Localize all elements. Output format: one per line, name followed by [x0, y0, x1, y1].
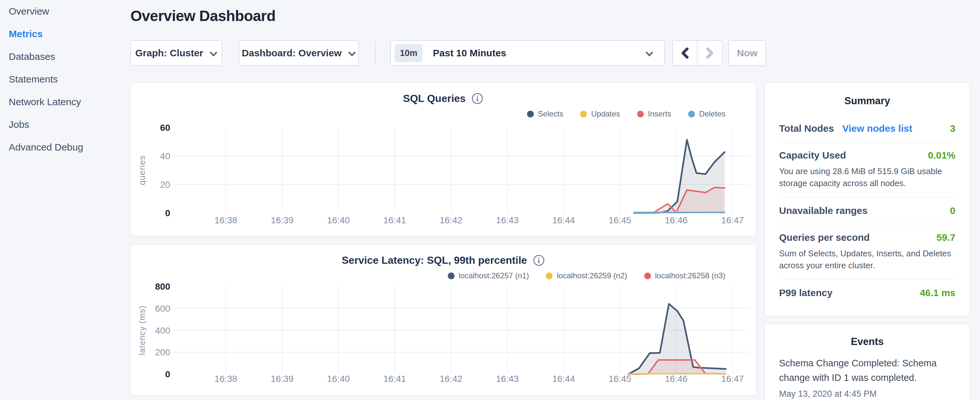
capacity-used-value: 0.01% [928, 150, 955, 161]
time-range-selector[interactable]: 10m Past 10 Minutes [390, 40, 665, 66]
sidebar-item-overview[interactable]: Overview [9, 0, 125, 23]
event-list-item: Schema Change Completed: Schema change w… [779, 356, 955, 399]
svg-text:40: 40 [160, 151, 170, 161]
capacity-used-label: Capacity Used [779, 150, 846, 161]
chevron-left-icon [681, 48, 689, 59]
chevron-down-icon [646, 51, 653, 56]
prev-time-button[interactable] [673, 41, 698, 65]
svg-text:16:42: 16:42 [440, 374, 462, 384]
service-latency-plot: 16:3816:3916:4016:4116:4216:4316:4416:45… [131, 245, 756, 395]
svg-text:60: 60 [160, 123, 170, 133]
graph-dropdown[interactable]: Graph: Cluster [130, 40, 222, 66]
svg-text:16:47: 16:47 [721, 374, 744, 384]
legend-item: localhost:26258 (n3) [644, 271, 725, 280]
sidebar-item-metrics[interactable]: Metrics [9, 23, 125, 45]
svg-text:16:43: 16:43 [496, 374, 519, 384]
info-icon[interactable] [533, 254, 545, 266]
controls-divider [375, 40, 376, 66]
legend-label: localhost:26259 (n2) [557, 271, 627, 280]
total-nodes-label: Total Nodes [779, 123, 834, 134]
sidebar-item-statements[interactable]: Statements [9, 68, 125, 91]
time-step-buttons [672, 40, 723, 66]
unavailable-ranges-label: Unavailable ranges [779, 205, 867, 216]
series-dot [637, 111, 644, 118]
summary-row-qps: Queries per second 59.7 Sum of Selects, … [779, 224, 955, 280]
svg-text:20: 20 [160, 180, 170, 190]
legend-label: localhost:26258 (n3) [655, 271, 725, 280]
chart-legend: localhost:26257 (n1) localhost:26259 (n2… [448, 271, 725, 280]
legend-item: Selects [527, 109, 563, 118]
queries-per-second-label: Queries per second [779, 232, 870, 243]
svg-text:16:45: 16:45 [609, 215, 631, 225]
info-icon[interactable] [471, 92, 484, 105]
svg-text:latency (ms): latency (ms) [137, 306, 147, 355]
svg-text:16:43: 16:43 [496, 215, 519, 225]
svg-text:16:39: 16:39 [271, 374, 293, 384]
chart-legend: Selects Updates Inserts Deletes [527, 109, 726, 118]
legend-item: Updates [580, 109, 620, 118]
svg-text:queries: queries [137, 155, 147, 185]
series-dot [688, 111, 695, 118]
legend-item: Inserts [637, 109, 671, 118]
queries-per-second-description: Sum of Selects, Updates, Inserts, and De… [779, 247, 955, 271]
unavailable-ranges-value: 0 [950, 205, 955, 216]
summary-row-capacity: Capacity Used 0.01% You are using 28.6 M… [779, 142, 955, 198]
svg-text:16:42: 16:42 [440, 215, 462, 225]
next-time-button[interactable] [698, 41, 722, 65]
chart-title: SQL Queries [403, 92, 466, 105]
sidebar-item-network-latency[interactable]: Network Latency [9, 91, 125, 113]
service-latency-chart-card: 16:3816:3916:4016:4116:4216:4316:4416:45… [130, 244, 756, 395]
svg-text:16:44: 16:44 [552, 374, 575, 384]
svg-text:0: 0 [165, 208, 170, 218]
svg-text:16:40: 16:40 [327, 215, 350, 225]
dashboard-dropdown-label: Dashboard: Overview [242, 48, 341, 59]
summary-row-unavailable-ranges: Unavailable ranges 0 [779, 198, 955, 224]
event-timestamp: May 13, 2020 at 4:45 PM [779, 389, 955, 399]
p99-latency-label: P99 latency [779, 287, 832, 298]
sidebar-item-advanced-debug[interactable]: Advanced Debug [9, 136, 125, 159]
svg-text:16:45: 16:45 [609, 374, 631, 384]
dashboard-dropdown[interactable]: Dashboard: Overview [239, 40, 359, 66]
summary-header: Summary [779, 95, 955, 107]
legend-label: Updates [591, 109, 620, 118]
sql-queries-chart-card: 16:3816:3916:4016:4116:4216:4316:4416:45… [130, 83, 756, 236]
legend-item: localhost:26257 (n1) [448, 271, 529, 280]
chevron-down-icon [348, 51, 356, 56]
series-dot [546, 273, 553, 279]
legend-label: Deletes [699, 109, 725, 118]
total-nodes-value: 3 [950, 123, 955, 134]
svg-text:200: 200 [155, 347, 170, 357]
svg-text:400: 400 [155, 325, 170, 336]
capacity-used-description: You are using 28.6 MiB of 515.9 GiB usab… [779, 166, 955, 189]
p99-latency-value: 46.1 ms [920, 287, 955, 298]
now-button[interactable]: Now [728, 40, 766, 66]
page-title: Overview Dashboard [130, 7, 276, 25]
svg-text:16:38: 16:38 [215, 215, 237, 225]
summary-panel: Summary Total Nodes View nodes list 3 Ca… [765, 83, 970, 316]
chart-title: Service Latency: SQL, 99th percentile [342, 254, 527, 266]
view-nodes-list-link[interactable]: View nodes list [842, 123, 912, 134]
svg-text:16:47: 16:47 [721, 215, 744, 225]
summary-row-total-nodes: Total Nodes View nodes list 3 [779, 115, 955, 142]
legend-label: localhost:26257 (n1) [459, 271, 529, 280]
svg-text:16:40: 16:40 [327, 374, 350, 384]
graph-dropdown-label: Graph: Cluster [135, 48, 203, 59]
summary-row-p99-latency: P99 latency 46.1 ms [779, 280, 955, 306]
svg-text:16:38: 16:38 [215, 374, 237, 384]
series-dot [644, 273, 651, 279]
time-range-label: Past 10 Minutes [433, 48, 646, 59]
sidebar: Overview Metrics Databases Statements Ne… [9, 0, 125, 159]
sidebar-item-databases[interactable]: Databases [9, 45, 125, 68]
svg-text:16:41: 16:41 [383, 215, 406, 225]
legend-item: localhost:26259 (n2) [546, 271, 627, 280]
events-panel: Events Schema Change Completed: Schema c… [765, 324, 970, 400]
sidebar-item-jobs[interactable]: Jobs [9, 113, 125, 136]
chevron-right-icon [706, 48, 713, 59]
legend-label: Selects [538, 109, 563, 118]
queries-per-second-value: 59.7 [937, 232, 955, 243]
svg-text:16:46: 16:46 [665, 215, 687, 225]
svg-text:16:44: 16:44 [552, 215, 575, 225]
events-header: Events [779, 336, 955, 347]
now-button-label: Now [737, 48, 757, 59]
svg-text:16:46: 16:46 [665, 374, 687, 384]
